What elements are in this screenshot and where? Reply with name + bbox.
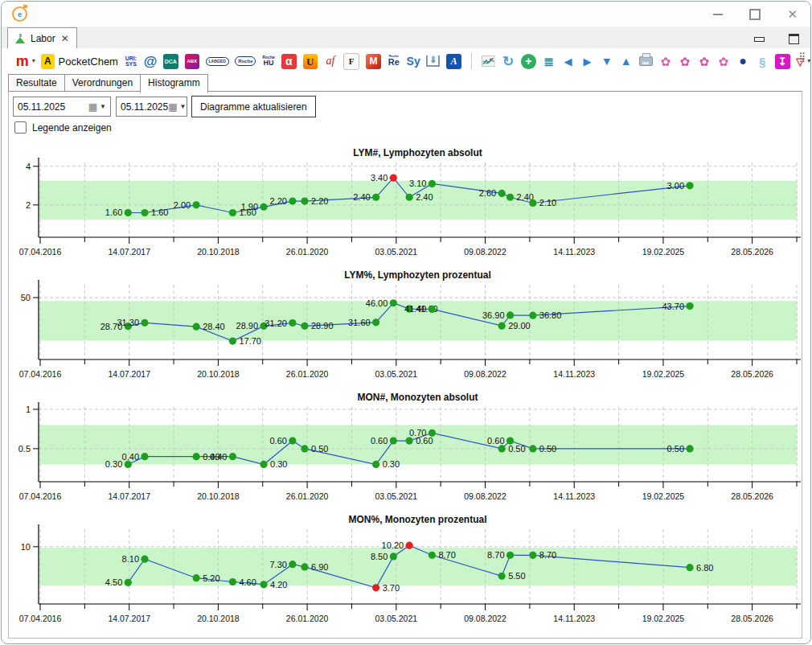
svg-text:17.70: 17.70 — [239, 336, 261, 346]
tab-labor[interactable]: Labor ✕ — [7, 27, 77, 48]
molecule-alt[interactable]: ✿ — [717, 52, 730, 70]
nav-down[interactable]: ▼ — [601, 52, 613, 70]
roche[interactable]: Roche — [236, 52, 256, 70]
tab-histogramm[interactable]: Histogramm — [140, 74, 208, 93]
svg-text:3.00: 3.00 — [667, 181, 684, 191]
chevron-down-icon[interactable]: ▼ — [100, 103, 106, 110]
svg-text:1.60: 1.60 — [151, 207, 168, 217]
charts: LYM#, Lymphozyten absolut2407.04.201614.… — [9, 145, 808, 634]
molecule-box[interactable]: ✿ — [698, 52, 711, 70]
svg-text:3.70: 3.70 — [383, 583, 400, 593]
date-to-picker[interactable]: 05.11.2025 ▦ ▼ — [116, 97, 187, 117]
globe[interactable]: ● — [736, 52, 749, 70]
date-to-value: 05.11.2025 — [121, 101, 168, 113]
svg-text:0.40: 0.40 — [210, 452, 227, 462]
chevron-down-icon[interactable]: ▾ — [807, 58, 810, 64]
svg-text:10: 10 — [21, 542, 31, 552]
svg-text:26.01.2020: 26.01.2020 — [286, 491, 329, 501]
svg-text:0.40: 0.40 — [122, 452, 139, 462]
nav-previous[interactable]: ◀ — [562, 52, 575, 70]
svg-text:14.11.2023: 14.11.2023 — [553, 614, 595, 623]
dna[interactable]: § — [756, 52, 769, 70]
window-close-icon[interactable]: ✕ — [787, 8, 798, 20]
pocketchem[interactable]: APocketChem — [41, 52, 118, 70]
svg-text:19.02.2025: 19.02.2025 — [642, 491, 685, 501]
menu-m[interactable]: m▾ — [16, 52, 35, 70]
export[interactable]: ↧ — [775, 52, 789, 70]
app-logo-icon: e — [12, 6, 27, 22]
svg-text:26.01.2020: 26.01.2020 — [286, 614, 329, 623]
abx[interactable]: ABX — [185, 52, 199, 70]
a-blue[interactable]: A — [446, 52, 461, 70]
pocketchem-label: PocketChem — [59, 56, 118, 67]
svg-text:14.07.2017: 14.07.2017 — [108, 247, 150, 257]
svg-text:0.50: 0.50 — [311, 444, 328, 454]
tab-resultate[interactable]: Resultate — [8, 74, 65, 92]
window-maximize-icon[interactable] — [749, 9, 761, 20]
roche-re[interactable]: RocheRe — [388, 52, 400, 70]
nav-up[interactable]: ▲ — [620, 52, 633, 70]
chevron-down-icon[interactable]: ▾ — [32, 58, 35, 64]
svg-text:8.70: 8.70 — [539, 550, 556, 560]
svg-text:19.02.2025: 19.02.2025 — [642, 614, 685, 623]
svg-text:20.10.2018: 20.10.2018 — [197, 614, 240, 623]
svg-text:46.00: 46.00 — [366, 298, 388, 308]
molecule[interactable]: ✿ — [659, 52, 672, 70]
svg-text:03.05.2021: 03.05.2021 — [375, 614, 418, 623]
toolbar-overflow-grip[interactable]: ⣿ — [798, 51, 806, 63]
molecule-search[interactable]: ✿ — [679, 52, 691, 70]
chevron-down-icon[interactable]: ▼ — [180, 103, 187, 110]
app-window: e ✕ Labor ✕ m▾APocketChemURI:SYS@DCAABXL… — [1, 1, 811, 644]
view-restore-icon[interactable] — [789, 34, 799, 44]
legend-checkbox-label: Legende anzeigen — [32, 122, 112, 134]
svg-text:09.08.2022: 09.08.2022 — [464, 491, 506, 501]
svg-text:29.00: 29.00 — [508, 321, 531, 331]
svg-text:03.05.2021: 03.05.2021 — [375, 491, 418, 501]
urisys[interactable]: URI:SYS — [125, 52, 137, 70]
svg-text:2.60: 2.60 — [479, 188, 496, 198]
svg-text:26.01.2020: 26.01.2020 — [286, 369, 329, 379]
svg-text:28.05.2026: 28.05.2026 — [731, 369, 773, 379]
labgeo[interactable]: LABGEO — [206, 52, 229, 70]
date-from-value: 05.11.2025 — [18, 101, 88, 113]
dca[interactable]: DCA — [163, 52, 178, 70]
list-view[interactable]: ≣ — [543, 52, 556, 70]
sysmex-swirl[interactable]: @ — [144, 52, 157, 70]
svg-text:28.05.2026: 28.05.2026 — [731, 247, 773, 257]
calendar-icon: ▦ — [88, 101, 97, 113]
roche-hu[interactable]: RocheHU — [262, 52, 275, 70]
svg-text:0.60: 0.60 — [269, 436, 286, 446]
update-diagrams-button[interactable]: Diagramme aktualisieren — [191, 96, 316, 117]
nav-next[interactable]: ▶ — [581, 52, 594, 70]
svg-text:09.08.2022: 09.08.2022 — [464, 369, 506, 379]
svg-text:09.08.2022: 09.08.2022 — [464, 614, 506, 623]
f-analyzer[interactable]: F — [343, 52, 359, 70]
toolbar: m▾APocketChemURI:SYS@DCAABXLABGEORocheRo… — [2, 48, 810, 74]
legend-checkbox[interactable] — [14, 121, 27, 134]
svg-text:43.70: 43.70 — [662, 302, 685, 311]
flask-icon — [15, 34, 25, 43]
m-analyzer[interactable]: M — [366, 52, 380, 70]
u-analyzer[interactable]: U — [303, 52, 318, 70]
import-tray[interactable]: ⇓ — [426, 52, 440, 70]
view-minimize-icon[interactable] — [754, 37, 765, 42]
inner-tabs: Resultate Verordnungen Histogramm — [8, 74, 207, 93]
alpha[interactable]: α — [281, 52, 296, 70]
svg-text:8.50: 8.50 — [371, 552, 388, 561]
af-analyzer[interactable]: af — [324, 52, 337, 70]
add[interactable]: + — [521, 52, 535, 70]
svg-text:0.30: 0.30 — [105, 459, 122, 469]
tab-verordnungen[interactable]: Verordnungen — [64, 74, 141, 92]
svg-text:0.60: 0.60 — [487, 436, 504, 446]
sy-analyzer[interactable]: Sy — [407, 52, 420, 70]
sep-1 — [471, 53, 472, 69]
svg-text:2.40: 2.40 — [353, 192, 370, 202]
refresh[interactable]: ↻ — [502, 52, 515, 70]
date-from-picker[interactable]: 05.11.2025 ▦ ▼ — [13, 97, 111, 117]
tab-close-icon[interactable]: ✕ — [61, 33, 69, 44]
svg-text:2: 2 — [26, 200, 31, 210]
chart-view[interactable] — [482, 52, 495, 70]
window-minimize-icon[interactable] — [713, 14, 723, 15]
svg-text:28.90: 28.90 — [236, 321, 259, 331]
print[interactable] — [639, 52, 653, 70]
